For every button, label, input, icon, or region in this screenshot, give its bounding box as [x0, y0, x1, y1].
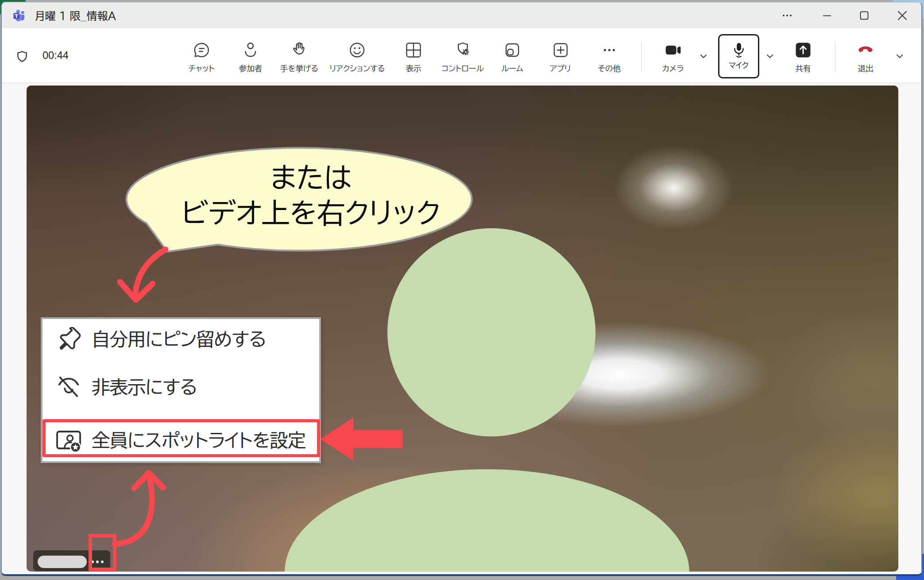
chat-label: チャット — [188, 64, 215, 74]
toolbar-apps-button[interactable]: アプリ — [550, 40, 571, 79]
window-minimize-icon — [821, 9, 833, 22]
camera-chevron-icon[interactable] — [699, 51, 708, 61]
screen: 月曜 1 限__情報A — [0, 0, 924, 580]
apps-icon — [550, 40, 571, 60]
leave-call-icon — [855, 40, 876, 60]
titlebar: 月曜 1 限__情報A — [2, 3, 921, 28]
control-label: コントロール — [441, 64, 483, 74]
control-icon — [452, 40, 473, 60]
window-title: 月曜 1 限__情報A — [35, 3, 116, 28]
callout-line2: ビデオ上を右クリック — [139, 195, 483, 231]
toolbar-chat-button[interactable]: チャット — [188, 40, 215, 79]
share-icon — [793, 40, 813, 60]
react-icon — [347, 40, 367, 60]
raise-hand-label: 手を挙げる — [280, 64, 318, 74]
menu-item-hide[interactable]: 非表示にする — [43, 371, 319, 402]
toolbar-participants-button[interactable]: 参加者 — [239, 40, 263, 79]
menu-item-hide-label: 非表示にする — [92, 378, 197, 396]
more-label: その他 — [598, 64, 620, 74]
rooms-label: ルーム — [501, 64, 523, 74]
camera-icon — [663, 40, 683, 60]
view-icon — [403, 40, 424, 60]
raise-hand-icon — [289, 40, 309, 60]
meeting-toolbar: 00:44 チャット 参加者 — [2, 28, 921, 83]
chat-icon — [191, 40, 212, 60]
security-shield-icon — [15, 50, 29, 63]
more-icon — [599, 40, 619, 60]
meeting-timer: 00:44 — [43, 28, 69, 83]
menu-item-pin-label: 自分用にピン留めする — [92, 330, 266, 348]
window-close-button[interactable] — [892, 5, 912, 26]
toolbar-mic-button[interactable]: マイク — [718, 34, 759, 78]
window-minimize-button[interactable] — [817, 5, 837, 26]
mic-label: マイク — [729, 61, 749, 70]
window-close-icon — [896, 9, 909, 22]
view-label: 表示 — [406, 64, 421, 74]
toolbar-view-button[interactable]: 表示 — [403, 40, 424, 79]
mic-icon — [729, 42, 749, 60]
toolbar-rooms-button[interactable]: ルーム — [501, 40, 523, 79]
toolbar-separator — [641, 42, 642, 72]
leave-chevron-icon[interactable] — [895, 51, 905, 61]
teams-logo-icon — [12, 8, 26, 23]
share-label: 共有 — [796, 64, 811, 74]
toolbar-separator — [835, 42, 835, 72]
teams-meeting-window: 月曜 1 限__情報A — [1, 2, 922, 576]
apps-label: アプリ — [550, 64, 571, 74]
window-more-button[interactable] — [777, 5, 797, 26]
window-maximize-icon — [858, 9, 870, 22]
leave-label: 退出 — [858, 64, 874, 74]
toolbar-camera-button[interactable]: カメラ — [662, 40, 684, 79]
rooms-icon — [502, 40, 522, 60]
toolbar-leave-button[interactable]: 退出 — [855, 40, 876, 79]
callout-text: または ビデオ上を右クリック — [139, 160, 483, 231]
toolbar-control-button[interactable]: コントロール — [441, 40, 483, 79]
participant-name-redacted — [38, 556, 87, 568]
mic-chevron-icon[interactable] — [765, 51, 775, 61]
participants-icon — [240, 40, 261, 60]
window-maximize-button[interactable] — [854, 5, 874, 26]
callout-line1: または — [139, 160, 483, 195]
window-more-icon — [781, 9, 793, 22]
toolbar-more-button[interactable]: その他 — [598, 40, 620, 79]
menu-item-pin[interactable]: 自分用にピン留めする — [43, 323, 319, 354]
react-label: リアクションする — [330, 64, 385, 74]
camera-label: カメラ — [662, 64, 684, 74]
participants-label: 参加者 — [239, 64, 263, 74]
toolbar-react-button[interactable]: リアクションする — [330, 40, 385, 79]
toolbar-share-button[interactable]: 共有 — [793, 40, 813, 79]
toolbar-raise-hand-button[interactable]: 手を挙げる — [280, 40, 318, 79]
eye-off-icon — [55, 373, 82, 401]
spotlight-highlight-box — [43, 419, 320, 457]
pin-icon — [55, 325, 82, 353]
tile-more-highlight-box — [89, 534, 116, 571]
